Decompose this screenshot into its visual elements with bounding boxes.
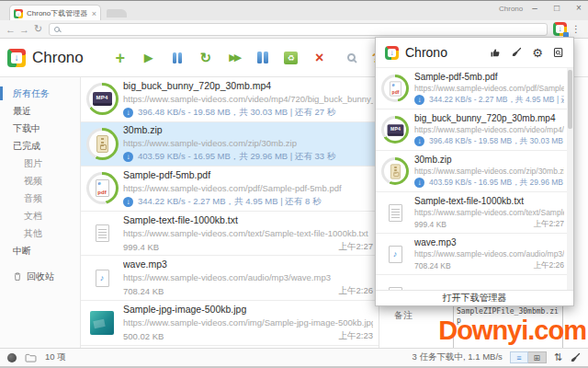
media-sniffer-icon[interactable] — [553, 47, 564, 58]
window-title: Chrono — [499, 5, 523, 13]
file-url: https://www.sample-videos.com/audio/mp3/… — [123, 272, 373, 282]
like-icon[interactable] — [490, 47, 501, 58]
address-bar[interactable] — [49, 23, 548, 36]
sidebar-item-audio[interactable]: 音频 — [0, 190, 80, 207]
reload-button[interactable]: ↻ — [31, 23, 45, 35]
file-url: https://www.sample-videos.com/zip/30mb.z… — [414, 167, 564, 176]
sidebar-item-others[interactable]: 其他 — [0, 224, 80, 242]
sidebar-item-recent[interactable]: 最近 — [0, 102, 80, 120]
file-url: https://www.sample-videos.com/video/mp4/… — [414, 125, 564, 134]
recycle-bin-label: 回收站 — [27, 268, 54, 285]
omnibox-search-icon — [54, 27, 60, 32]
delete-button[interactable]: × — [312, 50, 327, 66]
progress-ring: pdf — [86, 172, 119, 204]
download-row-pdf[interactable]: pdf Sample-pdf-5mb.pdf https://www.sampl… — [81, 167, 379, 212]
pause-all-button[interactable] — [255, 52, 270, 63]
progress-ring: pdf — [381, 75, 409, 102]
download-status: 396.48 KB/s - 19.58 MB，共 30.03 MB | 还有 2… — [429, 136, 564, 147]
app-title: Chrono — [32, 49, 84, 67]
brush-icon[interactable] — [570, 352, 581, 363]
grid-view-button[interactable]: ⊞ — [528, 351, 547, 363]
popup-row-mp3[interactable]: ♪ wave.mp3 https://www.sample-videos.com… — [376, 234, 573, 275]
folder-icon[interactable] — [25, 353, 37, 362]
open-download-manager-button[interactable]: 打开下载管理器 — [376, 290, 573, 305]
download-row-jpg[interactable]: Sample-jpg-image-500kb.jpg https://www.s… — [81, 301, 379, 346]
window-close-button[interactable]: × — [573, 3, 584, 13]
chrono-extension-icon[interactable]: ↓ — [553, 22, 567, 36]
clean-broom-icon[interactable] — [511, 47, 522, 58]
download-arrow-icon: ↓ — [414, 178, 424, 188]
sidebar-item-downloading[interactable]: 下载中 — [0, 120, 80, 137]
sort-icon[interactable]: ⇅ — [554, 351, 562, 363]
download-row-mp3[interactable]: ♪ wave.mp3 https://www.sample-videos.com… — [81, 256, 379, 301]
window-maximize-button[interactable]: □ — [551, 3, 562, 13]
download-arrow-icon: ↓ — [123, 152, 133, 162]
progress-ring — [381, 157, 409, 185]
popup-row-mp4[interactable]: MP4 big_buck_bunny_720p_30mb.mp4 https:/… — [376, 109, 573, 151]
pause-button[interactable] — [170, 52, 185, 63]
zip-file-icon — [96, 135, 108, 153]
popup-scrollbar[interactable] — [567, 68, 573, 290]
scrollbar-thumb[interactable] — [568, 70, 572, 129]
pdf-file-icon: pdf — [390, 81, 401, 96]
file-time: 上午2:26 — [339, 285, 374, 297]
file-url: https://www.sample-videos.com/text/Sampl… — [414, 208, 564, 217]
sidebar-item-images[interactable]: 图片 — [0, 155, 80, 172]
popup-row-zip[interactable]: 30mb.zip https://www.sample-videos.com/z… — [376, 151, 573, 192]
sidebar-item-interrupted[interactable]: 中断 — [0, 242, 80, 259]
refresh-button[interactable]: ↻ — [198, 50, 213, 66]
file-url: https://www.sample-videos.com/text/Sampl… — [123, 228, 373, 238]
mp4-file-icon: MP4 — [387, 124, 403, 136]
file-time: 上午2:26 — [533, 260, 564, 271]
file-name: crowd-cheering.mp3 — [414, 288, 564, 291]
file-name: Sample-text-file-1000kb.txt — [123, 214, 373, 225]
file-url: https://www.sample-videos.com/img/Sample… — [123, 317, 373, 328]
sidebar-item-all-tasks[interactable]: 所有任务 — [0, 85, 80, 102]
globe-icon[interactable] — [7, 353, 17, 362]
new-tab-button[interactable] — [107, 9, 127, 17]
sidebar-item-recycle-bin[interactable]: 回收站 — [0, 268, 80, 285]
sidebar-item-videos[interactable]: 视频 — [0, 172, 80, 190]
popup-row-pdf[interactable]: pdf Sample-pdf-5mb.pdf https://www.sampl… — [376, 68, 573, 109]
start-button[interactable]: ▶ — [141, 51, 156, 64]
download-row-txt[interactable]: Sample-text-file-1000kb.txt https://www.… — [81, 212, 379, 257]
settings-gear-icon[interactable]: ⚙ — [532, 47, 543, 59]
tab-title: Chrono下载管理器 — [27, 8, 88, 18]
search-icon[interactable] — [347, 53, 356, 62]
popup-row-crowd-cheering[interactable]: ♪ crowd-cheering.mp3 — [376, 275, 573, 290]
start-all-button[interactable]: ▶▶ — [227, 52, 242, 63]
forward-button[interactable]: → — [17, 24, 31, 35]
download-arrow-icon: ↓ — [414, 95, 424, 105]
tab-close-icon[interactable]: × — [92, 9, 96, 18]
chrono-extension-popup: ↓ Chrono ⚙ pdf Sample-pdf-5mb.pdf https:… — [375, 37, 574, 306]
file-size: 500.02 KB — [123, 331, 164, 341]
chrono-favicon-icon: ↓ — [14, 9, 23, 18]
file-name: Sample-pdf-5mb.pdf — [123, 169, 373, 180]
file-url: https://www.sample-videos.com/pdf/Sample… — [123, 183, 373, 193]
popup-row-txt[interactable]: Sample-text-file-1000kb.txt https://www.… — [376, 192, 573, 234]
window-minimize-button[interactable]: – — [529, 3, 540, 13]
browser-tab[interactable]: ↓ Chrono下载管理器 × — [9, 5, 101, 21]
download-summary: 3 任务下载中, 1.1 MB/s — [413, 351, 503, 363]
download-row-zip[interactable]: 30mb.zip https://www.sample-videos.com/z… — [81, 122, 379, 167]
progress-ring: MP4 — [86, 83, 119, 115]
browser-menu-icon[interactable]: ⋮ — [571, 24, 581, 34]
watermark: Downyi.com — [438, 316, 586, 346]
download-row-mp4[interactable]: MP4 big_buck_bunny_720p_30mb.mp4 https:/… — [81, 77, 379, 122]
file-name: big_buck_bunny_720p_30mb.mp4 — [123, 80, 373, 91]
file-url: https://www.sample-videos.com/pdf/Sample… — [414, 84, 564, 93]
sidebar-item-completed[interactable]: 已完成 — [0, 137, 80, 155]
file-size: 999.4 KB — [123, 242, 159, 252]
sidebar-item-documents[interactable]: 文档 — [0, 207, 80, 224]
list-view-button[interactable]: ≡ — [510, 351, 528, 363]
browser-toolbar: ← → ↻ ↓ ⋮ — [0, 20, 588, 39]
progress-ring: MP4 — [381, 116, 409, 144]
back-button[interactable]: ← — [4, 24, 17, 35]
file-name: Sample-text-file-1000kb.txt — [414, 196, 564, 206]
file-time: 上午2:27 — [533, 219, 564, 230]
jpg-thumbnail — [90, 311, 114, 335]
download-arrow-icon: ↓ — [414, 136, 424, 146]
download-status: 396.48 KB/s - 19.58 MB，共 30.03 MB | 还有 2… — [138, 107, 335, 119]
trash-button[interactable]: ♻ — [284, 52, 299, 64]
add-task-button[interactable]: + — [113, 52, 128, 64]
